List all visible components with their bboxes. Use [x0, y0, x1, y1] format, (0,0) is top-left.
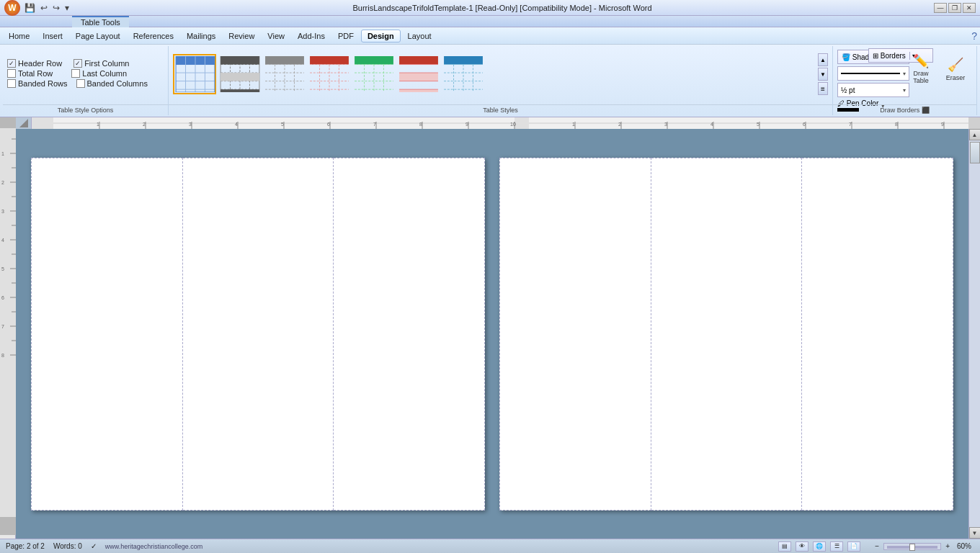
line-weight-select[interactable]: ½ pt ▾ [837, 83, 909, 97]
maximize-button[interactable]: ❐ [948, 3, 961, 13]
last-column-checkbox-box[interactable] [71, 69, 80, 78]
page-1-table [31, 158, 485, 511]
menu-layout[interactable]: Layout [402, 30, 437, 42]
zoom-thumb[interactable] [909, 544, 915, 551]
banded-rows-checkbox-box[interactable] [7, 79, 16, 88]
vertical-scrollbar[interactable]: ▲ ▼ [968, 129, 980, 539]
window-title: BurrisLandscapeTrifoldTemplate-1 [Read-O… [71, 4, 934, 12]
eraser-button[interactable]: 🧹 Eraser [939, 50, 972, 88]
quick-access-toolbar: 💾 ↩ ↪ ▾ [23, 2, 71, 14]
menu-pdf[interactable]: PDF [332, 30, 360, 42]
menu-references[interactable]: References [128, 30, 179, 42]
line-style-select[interactable]: ▾ [837, 66, 909, 81]
menu-review[interactable]: Review [223, 30, 260, 42]
page2-cell-2 [651, 158, 802, 510]
table-styles-scroll[interactable]: ▲ ▼ ≡ [818, 53, 828, 95]
document-scroll-area[interactable] [16, 129, 968, 539]
vertical-ruler: 1 2 3 4 5 6 [0, 117, 16, 539]
svg-rect-44 [399, 56, 438, 65]
svg-rect-51 [444, 56, 483, 65]
word-count: Words: 0 [53, 542, 82, 550]
url-display: www.heritagechristiancollege.com [105, 543, 203, 550]
svg-text:5: 5 [1, 266, 4, 271]
svg-rect-45 [399, 73, 438, 81]
svg-rect-60 [0, 117, 16, 128]
ruler-scrollbar-corner [968, 117, 980, 129]
scroll-up-arrow[interactable]: ▲ [818, 53, 828, 66]
draw-table-button[interactable]: ✏️ DrawTable [904, 50, 937, 88]
svg-text:3: 3 [1, 209, 4, 214]
svg-text:2: 2 [1, 180, 4, 185]
banded-cols-checkbox-box[interactable] [76, 79, 85, 88]
scroll-up-button[interactable]: ▲ [969, 129, 981, 140]
dropdown-btn[interactable]: ▾ [63, 2, 71, 14]
scroll-more-arrow[interactable]: ≡ [818, 82, 828, 95]
table-tools-bar: Table Tools [0, 16, 980, 27]
checkbox-row-2: Total Row Last Column [7, 69, 164, 78]
svg-text:4: 4 [1, 238, 4, 243]
save-btn[interactable]: 💾 [23, 2, 37, 14]
menu-view[interactable]: View [262, 30, 290, 42]
view-full-reading[interactable]: 👁 [796, 541, 808, 552]
banded-rows-checkbox[interactable]: Banded Rows [7, 79, 68, 88]
svg-text:4: 4 [235, 122, 238, 127]
scroll-down-button[interactable]: ▼ [969, 527, 981, 539]
table-style-4[interactable] [307, 54, 350, 94]
office-button[interactable]: W [4, 0, 20, 16]
redo-btn[interactable]: ↪ [51, 2, 61, 14]
view-draft[interactable]: 📄 [847, 541, 860, 552]
view-print-layout[interactable]: ▤ [778, 541, 791, 552]
last-column-checkbox[interactable]: Last Column [71, 69, 127, 78]
page-2 [499, 158, 953, 511]
status-bar: Page: 2 of 2 Words: 0 ✓ www.heritagechri… [0, 539, 980, 553]
line-weight-value: ½ pt [841, 86, 900, 94]
checkbox-row-1: Header Row First Column [7, 59, 164, 68]
ribbon-help-icon[interactable]: ? [971, 30, 977, 42]
view-outline[interactable]: ☰ [830, 541, 843, 552]
draw-borders-expand[interactable]: ⬛ [922, 107, 930, 114]
menu-home[interactable]: Home [3, 30, 35, 42]
svg-rect-19 [220, 89, 259, 92]
table-style-5[interactable] [352, 54, 395, 94]
undo-btn[interactable]: ↩ [39, 2, 49, 14]
minimize-button[interactable]: — [934, 3, 947, 13]
menu-insert[interactable]: Insert [37, 30, 68, 42]
scroll-down-arrow[interactable]: ▼ [818, 68, 828, 81]
first-column-checkbox[interactable]: First Column [74, 59, 129, 68]
scroll-thumb[interactable] [970, 142, 980, 163]
doc-center: 1 2 3 4 5 6 7 8 [16, 117, 980, 539]
banded-cols-checkbox[interactable]: Banded Columns [76, 79, 148, 88]
table-style-3[interactable] [262, 54, 306, 94]
menu-page-layout[interactable]: Page Layout [70, 30, 126, 42]
menu-design[interactable]: Design [361, 30, 401, 42]
table-style-1[interactable] [173, 54, 216, 94]
table-style-7[interactable] [441, 54, 484, 94]
menu-mailings[interactable]: Mailings [181, 30, 221, 42]
zoom-slider[interactable] [883, 543, 941, 550]
svg-text:9: 9 [466, 122, 468, 127]
zoom-level: − [875, 542, 879, 550]
title-left: W 💾 ↩ ↪ ▾ [4, 0, 71, 16]
draw-borders-title: Draw Borders ⬛ [833, 104, 976, 114]
table-style-2[interactable] [218, 54, 261, 94]
zoom-percent[interactable]: 60% [954, 542, 974, 550]
page1-cell-2 [182, 158, 334, 510]
doc-layout: 1 2 3 4 5 6 [0, 117, 980, 539]
eraser-label: Eraser [946, 74, 966, 81]
first-column-checkbox-box[interactable] [74, 59, 82, 68]
table-style-6[interactable] [396, 54, 440, 94]
window-buttons: — ❐ ✕ [934, 3, 976, 13]
svg-text:1: 1 [97, 122, 99, 127]
page-2-table [499, 158, 953, 511]
svg-rect-18 [220, 73, 259, 81]
view-web-layout[interactable]: 🌐 [813, 541, 826, 552]
header-row-checkbox-box[interactable] [7, 59, 16, 68]
menu-add-ins[interactable]: Add-Ins [292, 30, 331, 42]
svg-text:1: 1 [1, 151, 4, 156]
header-row-checkbox[interactable]: Header Row [7, 59, 62, 68]
total-row-checkbox-box[interactable] [7, 69, 16, 78]
close-button[interactable]: ✕ [963, 3, 976, 13]
total-row-checkbox[interactable]: Total Row [7, 69, 53, 78]
document-area: ▲ ▼ [16, 129, 980, 539]
svg-text:4: 4 [710, 122, 713, 127]
